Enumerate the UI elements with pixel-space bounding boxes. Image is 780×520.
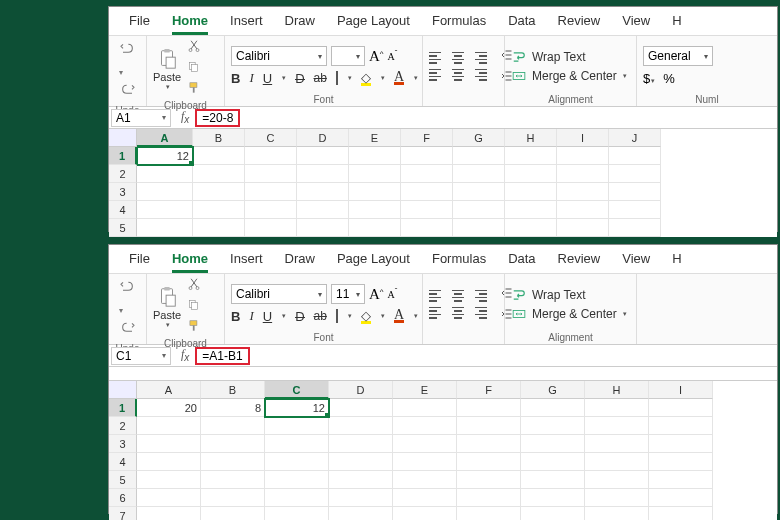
cell-B2[interactable] [193, 165, 245, 183]
font-color-button[interactable]: A [394, 309, 404, 323]
cell-A4[interactable] [137, 201, 193, 219]
cell-F1[interactable] [401, 147, 453, 165]
cell-E6[interactable] [393, 489, 457, 507]
cell-G6[interactable] [521, 489, 585, 507]
cell-I2[interactable] [649, 417, 713, 435]
merge-center-button[interactable]: Merge & Center▾ [511, 69, 627, 83]
cell-H3[interactable] [585, 435, 649, 453]
col-header-D[interactable]: D [329, 381, 393, 399]
cell-B5[interactable] [193, 219, 245, 237]
paste-button[interactable]: Paste▾ [153, 47, 181, 91]
row-header-1[interactable]: 1 [109, 399, 137, 417]
menu-page-layout[interactable]: Page Layout [337, 249, 410, 273]
align-grid[interactable] [429, 289, 487, 320]
cell-A2[interactable] [137, 165, 193, 183]
fill-color-button[interactable]: ◇ [361, 70, 371, 86]
cell-C4[interactable] [245, 201, 297, 219]
row-header-2[interactable]: 2 [109, 165, 137, 183]
col-header-J[interactable]: J [609, 129, 661, 147]
number-format-combo[interactable]: General▾ [643, 46, 713, 66]
menu-data[interactable]: Data [508, 249, 535, 273]
menu-home[interactable]: Home [172, 11, 208, 35]
col-header-C[interactable]: C [245, 129, 297, 147]
cell-C6[interactable] [265, 489, 329, 507]
cell-D5[interactable] [329, 471, 393, 489]
cell-I4[interactable] [557, 201, 609, 219]
cell-F1[interactable] [457, 399, 521, 417]
cell-D7[interactable] [329, 507, 393, 520]
menu-page-layout[interactable]: Page Layout [337, 11, 410, 35]
cell-B1[interactable]: 8 [201, 399, 265, 417]
cell-H1[interactable] [505, 147, 557, 165]
cell-A2[interactable] [137, 417, 201, 435]
menu-insert[interactable]: Insert [230, 11, 263, 35]
menu-insert[interactable]: Insert [230, 249, 263, 273]
cell-B3[interactable] [201, 435, 265, 453]
col-header-D[interactable]: D [297, 129, 349, 147]
double-underline-button[interactable]: D [295, 71, 304, 86]
menu-review[interactable]: Review [558, 11, 601, 35]
redo-icon[interactable] [120, 82, 136, 102]
formula-input[interactable]: =20-8 [195, 109, 240, 127]
italic-button[interactable]: I [249, 70, 253, 86]
col-header-G[interactable]: G [521, 381, 585, 399]
col-header-B[interactable]: B [201, 381, 265, 399]
cell-A7[interactable] [137, 507, 201, 520]
cell-C5[interactable] [265, 471, 329, 489]
borders-button[interactable] [336, 71, 338, 85]
cell-A5[interactable] [137, 471, 201, 489]
align-grid[interactable] [429, 51, 487, 82]
cell-H2[interactable] [505, 165, 557, 183]
col-header-E[interactable]: E [349, 129, 401, 147]
strikethrough-button[interactable]: ab [314, 309, 327, 323]
cell-D2[interactable] [297, 165, 349, 183]
cell-I7[interactable] [649, 507, 713, 520]
cell-C1[interactable] [245, 147, 297, 165]
font-size-combo[interactable]: ▾ [331, 46, 365, 66]
cell-H2[interactable] [585, 417, 649, 435]
cell-J2[interactable] [609, 165, 661, 183]
cell-H5[interactable] [505, 219, 557, 237]
cell-B6[interactable] [201, 489, 265, 507]
copy-icon[interactable] [187, 298, 201, 316]
font-color-button[interactable]: A [394, 71, 404, 85]
cell-B2[interactable] [201, 417, 265, 435]
cell-B4[interactable] [193, 201, 245, 219]
col-header-F[interactable]: F [457, 381, 521, 399]
cell-I1[interactable] [649, 399, 713, 417]
cell-E1[interactable] [393, 399, 457, 417]
cell-E2[interactable] [393, 417, 457, 435]
wrap-text-button[interactable]: Wrap Text [511, 50, 627, 64]
menu-file[interactable]: File [129, 249, 150, 273]
bold-button[interactable]: B [231, 71, 240, 86]
col-header-A[interactable]: A [137, 381, 201, 399]
cell-G7[interactable] [521, 507, 585, 520]
paste-button[interactable]: Paste▾ [153, 285, 181, 329]
cell-C5[interactable] [245, 219, 297, 237]
cell-A3[interactable] [137, 183, 193, 201]
row-header-3[interactable]: 3 [109, 183, 137, 201]
cell-J5[interactable] [609, 219, 661, 237]
cell-G5[interactable] [521, 471, 585, 489]
cell-I1[interactable] [557, 147, 609, 165]
cell-I6[interactable] [649, 489, 713, 507]
cell-D3[interactable] [329, 435, 393, 453]
cell-F2[interactable] [457, 417, 521, 435]
col-header-E[interactable]: E [393, 381, 457, 399]
redo-icon[interactable] [120, 320, 136, 340]
cell-A6[interactable] [137, 489, 201, 507]
font-size-combo[interactable]: 11▾ [331, 284, 365, 304]
menu-file[interactable]: File [129, 11, 150, 35]
cell-E2[interactable] [349, 165, 401, 183]
cell-A5[interactable] [137, 219, 193, 237]
cell-E3[interactable] [349, 183, 401, 201]
cell-E5[interactable] [393, 471, 457, 489]
cell-H3[interactable] [505, 183, 557, 201]
cell-H4[interactable] [505, 201, 557, 219]
undo-icon[interactable]: ▾ [119, 41, 136, 79]
col-header-H[interactable]: H [505, 129, 557, 147]
row-header-6[interactable]: 6 [109, 489, 137, 507]
menu-review[interactable]: Review [558, 249, 601, 273]
formula-input[interactable]: =A1-B1 [195, 347, 249, 365]
format-painter-icon[interactable] [187, 81, 201, 99]
